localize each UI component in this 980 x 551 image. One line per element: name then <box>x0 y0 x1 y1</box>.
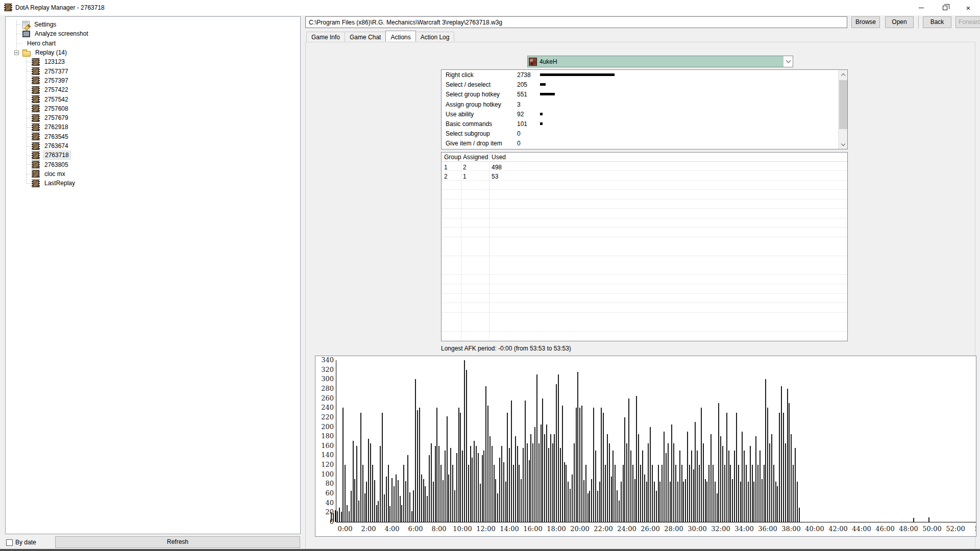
apm-bar <box>405 481 406 522</box>
apm-bar <box>783 413 784 522</box>
sidebar-item-settings[interactable]: Settings <box>6 20 300 29</box>
groups-table-row[interactable]: 12498 <box>442 162 847 171</box>
dropdown-arrow-button[interactable] <box>783 56 793 67</box>
y-axis-line <box>336 360 336 522</box>
apm-bar <box>511 400 512 522</box>
collapse-expander-icon[interactable] <box>14 51 19 55</box>
apm-bar <box>728 450 729 522</box>
browse-button[interactable]: Browse <box>851 16 880 28</box>
apm-bar <box>568 482 569 522</box>
by-date-checkbox[interactable] <box>6 539 13 546</box>
groups-col-header[interactable]: Group <box>444 154 461 161</box>
apm-bar <box>697 450 698 522</box>
replay-item-2763718[interactable]: 2763718 <box>6 151 300 160</box>
apm-bar <box>398 480 399 522</box>
groups-table-row[interactable]: 2153 <box>442 171 847 181</box>
action-stat-row[interactable]: Use ability92 <box>442 109 838 119</box>
action-stat-count: 0 <box>517 130 521 137</box>
replay-item-2763805[interactable]: 2763805 <box>6 160 300 169</box>
sidebar-item-replay-14-[interactable]: Replay (14) <box>6 48 300 57</box>
back-button[interactable]: Back <box>923 16 951 28</box>
apm-bar <box>785 443 786 522</box>
apm-bar <box>687 432 688 522</box>
apm-bar <box>431 443 432 522</box>
tab-game-chat[interactable]: Game Chat <box>345 32 386 42</box>
apm-bar <box>360 413 361 522</box>
action-stat-row[interactable]: Basic commands101 <box>442 119 838 129</box>
replay-item-123123[interactable]: 123123 <box>6 57 300 66</box>
groups-table-cell: 498 <box>492 164 502 171</box>
stats-scrollbar[interactable] <box>838 70 847 149</box>
action-stat-row[interactable]: Assign group hotkey3 <box>442 99 838 109</box>
groups-col-header[interactable]: Used <box>492 154 506 161</box>
x-axis-tick-label: 22:00 <box>592 525 615 533</box>
x-axis-tick-label: 40:00 <box>803 525 826 533</box>
sidebar-item-hero-chart[interactable]: Hero chart <box>6 39 300 48</box>
action-stat-row[interactable]: Select subgroup0 <box>442 129 838 138</box>
x-axis-tick-label: 12:00 <box>475 525 497 533</box>
replay-path-input[interactable] <box>305 16 847 28</box>
x-axis-tick-label: 24:00 <box>616 525 638 533</box>
tab-game-info[interactable]: Game Info <box>306 32 345 42</box>
player-name: 4ukeH <box>540 58 557 65</box>
action-stat-count: 92 <box>517 111 524 118</box>
action-stat-row[interactable]: Select group hotkey551 <box>442 89 838 99</box>
apm-bar <box>679 450 680 522</box>
action-stat-row[interactable]: Select / deselect205 <box>442 80 838 89</box>
replay-item-2763545[interactable]: 2763545 <box>6 132 300 141</box>
apm-bar <box>648 443 649 522</box>
restore-button[interactable] <box>933 0 957 15</box>
apm-bar <box>556 384 557 522</box>
minimize-button[interactable] <box>910 0 933 15</box>
tab-actions[interactable]: Actions <box>385 31 415 41</box>
replay-item-2757397[interactable]: 2757397 <box>6 76 300 85</box>
action-stat-row[interactable]: Give item / drop item0 <box>442 138 838 148</box>
scroll-down-icon[interactable] <box>839 140 848 149</box>
apm-bar <box>718 403 719 522</box>
apm-bar <box>595 450 596 522</box>
replay-item-2757608[interactable]: 2757608 <box>6 104 300 113</box>
replay-item-2757422[interactable]: 2757422 <box>6 85 300 94</box>
sidebar-item-label: Replay (14) <box>34 48 68 57</box>
apm-bar <box>797 482 798 522</box>
replay-item-label: 2762918 <box>43 123 70 131</box>
apm-bar <box>619 500 620 522</box>
close-button[interactable]: × <box>957 0 980 15</box>
x-axis-tick-label: 52:00 <box>944 525 967 533</box>
tab-action-log[interactable]: Action Log <box>415 32 455 42</box>
apm-bar <box>515 436 516 522</box>
replay-item-label: LastReplay <box>43 179 77 187</box>
action-stat-row[interactable]: Right click2738 <box>442 70 838 80</box>
groups-col-header[interactable]: Assigned <box>463 154 488 161</box>
replay-item-2757679[interactable]: 2757679 <box>6 113 300 122</box>
open-button[interactable]: Open <box>885 16 914 28</box>
apm-bar <box>658 465 659 522</box>
apm-bar <box>640 465 641 522</box>
scrollbar-thumb[interactable] <box>839 80 847 129</box>
player-dropdown[interactable]: 4ukeH <box>527 56 793 67</box>
apm-bar <box>482 455 483 522</box>
replay-item-2757377[interactable]: 2757377 <box>6 66 300 76</box>
apm-bar <box>652 465 653 522</box>
replay-item-2762918[interactable]: 2762918 <box>6 122 300 132</box>
apm-bar <box>693 469 694 522</box>
apm-bar <box>642 450 643 522</box>
sidebar-item-analyze-screenshot[interactable]: Analyze screenshot <box>6 29 300 38</box>
replay-item-2757542[interactable]: 2757542 <box>6 94 300 104</box>
replay-item-cloc-mx[interactable]: cloc mx <box>6 169 300 179</box>
replay-tree-panel: SettingsAnalyze screenshotHero chartRepl… <box>5 16 301 534</box>
apm-bar <box>527 443 528 522</box>
x-axis-tick-label: 44:00 <box>850 525 873 533</box>
scroll-up-icon[interactable] <box>839 70 848 79</box>
apm-bar <box>771 434 772 522</box>
apm-bar <box>435 446 436 522</box>
replay-file-icon <box>32 123 40 131</box>
replay-item-lastreplay[interactable]: LastReplay <box>6 179 300 188</box>
replay-item-label: 2757679 <box>43 114 70 122</box>
apm-bar <box>646 482 647 522</box>
replay-item-2763674[interactable]: 2763674 <box>6 141 300 151</box>
apm-bar <box>513 465 514 522</box>
y-axis-tick-label: 120 <box>316 461 334 468</box>
action-stat-count: 3 <box>517 101 521 108</box>
refresh-button[interactable]: Refresh <box>55 536 300 548</box>
